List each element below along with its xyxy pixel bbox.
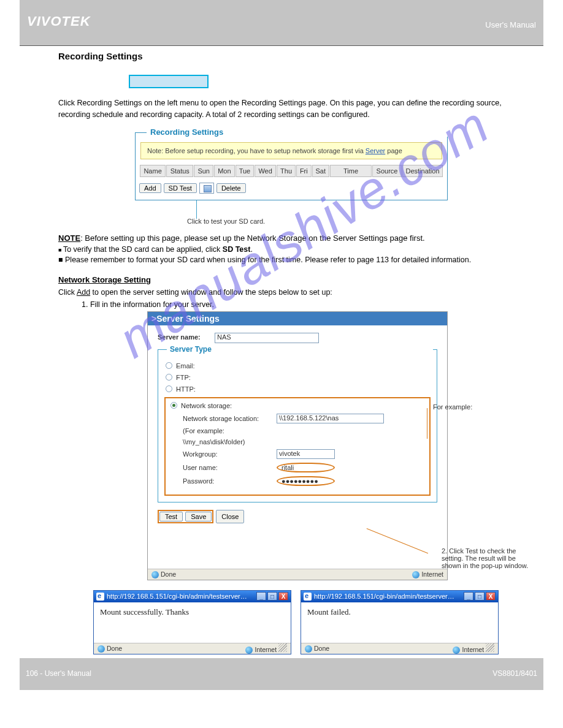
nsl-label: Network storage location: bbox=[183, 415, 272, 422]
add-button[interactable]: Add bbox=[139, 183, 161, 193]
step-1: 1. Fill in the information for your serv… bbox=[82, 300, 505, 309]
workgroup-row: Workgroup: vivotek bbox=[183, 449, 424, 459]
radio-ftp-label: FTP: bbox=[176, 374, 191, 381]
col-destination: Destination bbox=[402, 165, 443, 177]
popup-titlebar: http://192.168.5.151/cgi-bin/admin/tests… bbox=[94, 591, 291, 602]
model-number: VS8801/8401 bbox=[492, 669, 537, 678]
page-number-text: 106 bbox=[26, 669, 38, 678]
delete-button[interactable]: Delete bbox=[216, 183, 246, 193]
radio-icon bbox=[170, 402, 177, 409]
globe-icon bbox=[245, 646, 253, 654]
radio-icon bbox=[166, 385, 172, 392]
note-label: NOTE bbox=[58, 233, 80, 243]
save-button[interactable]: Save bbox=[185, 512, 212, 521]
col-name: Name bbox=[140, 165, 166, 177]
recording-settings-panel: Recording Settings Note: Before setup re… bbox=[135, 132, 448, 200]
ie-icon bbox=[304, 593, 312, 601]
rec-btn-wrap bbox=[129, 75, 505, 90]
server-name-input[interactable]: NAS bbox=[215, 333, 319, 343]
rs-note: Note: Before setup recording, you have t… bbox=[140, 142, 442, 159]
ss-body: Server name: NAS Server Type Email: FTP:… bbox=[148, 325, 447, 532]
ns-sub-a: Click bbox=[58, 288, 77, 297]
ss-status-bar: Done Internet bbox=[148, 569, 447, 580]
recording-settings-button[interactable] bbox=[129, 75, 209, 88]
server-link[interactable]: Server bbox=[366, 147, 385, 154]
radio-icon bbox=[166, 362, 172, 369]
footer-bar: 106 - User's Manual VS8801/8401 bbox=[20, 658, 543, 690]
test-save-group: Test Save bbox=[158, 510, 213, 523]
maximize-button[interactable]: □ bbox=[475, 592, 484, 601]
col-tue: Tue bbox=[236, 165, 255, 177]
sd-test-button[interactable]: SD Test bbox=[164, 183, 197, 193]
ss-button-row: Test Save Close bbox=[158, 510, 437, 523]
network-storage-sub: Click Add to open the server setting win… bbox=[58, 288, 505, 297]
col-time: Time bbox=[330, 165, 372, 177]
close-button[interactable]: Close bbox=[216, 510, 244, 523]
leader-line-1 bbox=[427, 408, 427, 439]
radio-http[interactable]: HTTP: bbox=[166, 385, 431, 393]
note-block: NOTE: Before setting up this page, pleas… bbox=[58, 233, 505, 243]
manual-label: User's Manual bbox=[485, 20, 536, 29]
callout-line-sd bbox=[196, 200, 505, 219]
status-done-text: Done bbox=[161, 571, 176, 578]
content-area: Recording Settings Click Recording Setti… bbox=[0, 46, 563, 654]
popup-url: http://192.168.5.151/cgi-bin/admin/tests… bbox=[107, 593, 247, 600]
nsl-input[interactable]: \\192.168.5.122\nas bbox=[277, 414, 384, 423]
maximize-button[interactable]: □ bbox=[267, 592, 277, 601]
radio-email-label: Email: bbox=[176, 362, 195, 370]
popup-success: http://192.168.5.151/cgi-bin/admin/tests… bbox=[93, 590, 291, 654]
close-window-button[interactable]: X bbox=[486, 592, 496, 601]
footer-manual: User's Manual bbox=[45, 669, 91, 678]
popup-fail: http://192.168.5.151/cgi-bin/admin/tests… bbox=[301, 590, 499, 654]
popup-status-bar: Done Internet bbox=[301, 643, 498, 654]
popup-url: http://192.168.5.151/cgi-bin/admin/tests… bbox=[314, 593, 454, 600]
minimize-button[interactable]: _ bbox=[464, 592, 473, 601]
username-input[interactable]: ritali bbox=[277, 463, 335, 472]
globe-icon bbox=[98, 645, 105, 653]
radio-http-label: HTTP: bbox=[176, 385, 196, 393]
leader-label-2: 2. Click Test to check the setting. The … bbox=[442, 547, 534, 569]
intro-paragraph: Click Recording Settings on the left men… bbox=[58, 97, 505, 121]
password-input[interactable]: ●●●●●●●●● bbox=[277, 476, 335, 486]
note-text: : Before setting up this page, please se… bbox=[80, 233, 425, 243]
resize-grip-icon[interactable] bbox=[278, 643, 287, 652]
note-list: To verify that the SD card can be applie… bbox=[58, 245, 505, 264]
globe-icon bbox=[453, 646, 460, 654]
test-button[interactable]: Test bbox=[159, 512, 183, 521]
server-name-label: Server name: bbox=[158, 333, 213, 341]
col-sat: Sat bbox=[312, 165, 329, 177]
section-heading: Recording Settings bbox=[58, 51, 505, 61]
rs-note-pre: Note: Before setup recording, you have t… bbox=[147, 147, 366, 154]
workgroup-input[interactable]: vivotek bbox=[277, 449, 335, 459]
rs-legend: Recording Settings bbox=[147, 127, 451, 137]
minimize-button[interactable]: _ bbox=[256, 592, 266, 601]
network-storage-block: Network storage: Network storage locatio… bbox=[164, 397, 431, 496]
list-item: To verify that the SD card can be applie… bbox=[58, 245, 505, 254]
radio-network-storage[interactable]: Network storage: bbox=[170, 402, 424, 409]
popup-done: Done bbox=[107, 645, 122, 652]
nsl-example-2: \\my_nas\disk\folder) bbox=[183, 438, 424, 446]
nsl-row: Network storage location: \\192.168.5.12… bbox=[183, 414, 424, 423]
col-fri: Fri bbox=[296, 165, 311, 177]
popup-status-bar: Done Internet bbox=[94, 643, 291, 654]
resize-grip-icon[interactable] bbox=[486, 643, 494, 652]
password-row: Password: ●●●●●●●●● bbox=[183, 476, 424, 486]
server-settings-window: >Server Settings Server name: NAS Server… bbox=[147, 311, 448, 580]
username-row: User name: ritali bbox=[183, 463, 424, 472]
col-source: Source bbox=[372, 165, 402, 177]
globe-icon bbox=[151, 571, 159, 578]
ie-icon bbox=[96, 593, 104, 601]
radio-email[interactable]: Email: bbox=[166, 362, 431, 370]
password-label: Password: bbox=[183, 477, 272, 485]
globe-icon bbox=[412, 571, 419, 578]
close-window-button[interactable]: X bbox=[278, 592, 288, 601]
ns-sub-add: Add bbox=[77, 288, 90, 297]
popup-body: Mount successfully. Thanks bbox=[94, 602, 291, 643]
globe-icon bbox=[305, 645, 312, 653]
server-name-row: Server name: NAS bbox=[158, 333, 437, 343]
recording-select-dropdown[interactable] bbox=[199, 183, 214, 194]
radio-ftp[interactable]: FTP: bbox=[166, 374, 431, 381]
li1a: To verify that the SD card can be applie… bbox=[63, 245, 223, 254]
col-sun: Sun bbox=[194, 165, 213, 177]
popup-zone: Internet bbox=[462, 646, 484, 653]
